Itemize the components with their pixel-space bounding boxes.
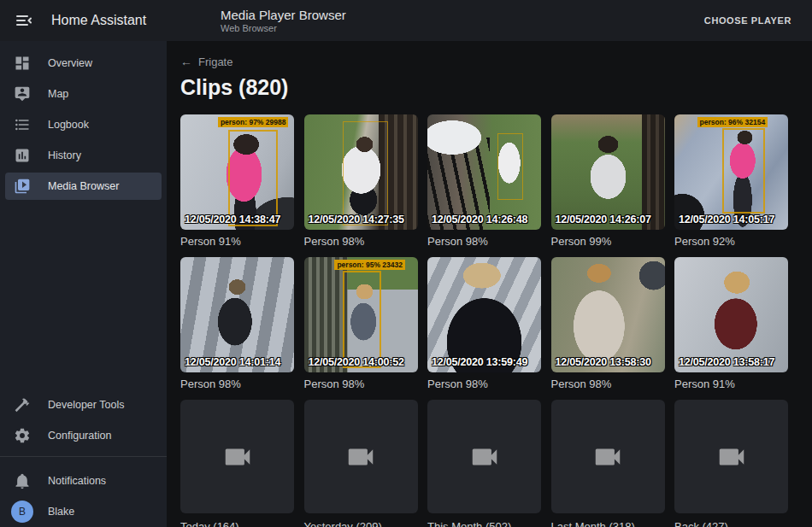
breadcrumb-label[interactable]: Frigate	[198, 56, 232, 68]
clip-card: 12/05/2020 13:58:30 Person 98%	[551, 257, 665, 390]
video-camera-icon	[591, 441, 624, 473]
folder-card: Yesterday (209)	[304, 400, 418, 527]
clip-timestamp: 12/05/2020 13:59:49	[432, 356, 527, 368]
header-titles: Media Player Browser Web Browser	[167, 8, 346, 34]
page-title: Clips (820)	[180, 75, 798, 100]
clip-card: 12/05/2020 14:26:48 Person 98%	[427, 114, 541, 248]
clip-card: 12/05/2020 14:01:14 Person 98%	[180, 257, 294, 390]
clips-grid: person: 97% 29988 12/05/2020 14:38:47 Pe…	[180, 114, 798, 527]
detection-bbox	[497, 133, 522, 200]
sidebar-toggle-icon[interactable]	[14, 10, 34, 31]
clip-caption: Person 98%	[304, 235, 418, 248]
clip-card: 12/05/2020 14:26:07 Person 99%	[551, 114, 665, 248]
clip-timestamp: 12/05/2020 14:26:07	[556, 214, 651, 225]
sidebar-item-label: Media Browser	[48, 180, 119, 192]
clip-thumbnail[interactable]: 12/05/2020 13:58:30	[551, 257, 665, 372]
choose-player-button[interactable]: CHOOSE PLAYER	[697, 9, 798, 32]
clip-caption: Person 91%	[180, 235, 294, 248]
clip-timestamp: 12/05/2020 13:58:30	[556, 356, 651, 368]
view-dashboard-icon	[14, 55, 31, 72]
clip-thumbnail[interactable]: 12/05/2020 14:01:14	[180, 257, 294, 372]
clip-timestamp: 12/05/2020 14:01:14	[185, 356, 280, 368]
clip-thumbnail[interactable]: 12/05/2020 14:27:35	[304, 114, 418, 230]
detection-label: person: 95% 23432	[334, 260, 405, 270]
clip-card: 12/05/2020 14:27:35 Person 98%	[304, 114, 418, 248]
clip-timestamp: 12/05/2020 14:00:52	[309, 356, 404, 368]
clip-caption: Person 98%	[180, 378, 294, 390]
hammer-icon	[14, 396, 31, 413]
video-camera-icon	[344, 441, 377, 473]
header-bar: Media Player Browser Web Browser CHOOSE …	[167, 8, 812, 34]
clip-timestamp: 12/05/2020 14:05:17	[679, 214, 774, 225]
video-camera-icon	[468, 441, 501, 473]
sidebar-item-map[interactable]: Map	[0, 79, 167, 109]
chart-box-icon	[14, 147, 31, 164]
clip-card: person: 95% 23432 12/05/2020 14:00:52 Pe…	[304, 257, 418, 390]
clip-card: person: 97% 29988 12/05/2020 14:38:47 Pe…	[180, 114, 294, 248]
clip-thumbnail[interactable]: 12/05/2020 13:58:17	[674, 257, 788, 372]
format-list-icon	[14, 116, 31, 133]
clip-timestamp: 12/05/2020 13:58:17	[679, 356, 774, 368]
folder-card: This Month (502)	[427, 400, 541, 527]
top-app-bar: Home Assistant Media Player Browser Web …	[0, 0, 812, 41]
clip-thumbnail[interactable]: person: 96% 32154 12/05/2020 14:05:17	[674, 114, 788, 230]
clip-thumbnail[interactable]: 12/05/2020 14:26:07	[551, 114, 665, 230]
clip-card: person: 96% 32154 12/05/2020 14:05:17 Pe…	[674, 114, 788, 248]
clip-caption: Person 98%	[551, 378, 665, 390]
video-camera-icon	[715, 441, 748, 473]
clip-timestamp: 12/05/2020 14:26:48	[432, 214, 527, 225]
clip-thumbnail[interactable]: 12/05/2020 14:26:48	[427, 114, 541, 230]
back-arrow-icon[interactable]: ←	[180, 55, 192, 68]
sidebar-item-label: Notifications	[48, 475, 106, 487]
sidebar-item-history[interactable]: History	[0, 140, 167, 171]
clip-caption: Person 92%	[674, 235, 788, 248]
tooltip-account-icon	[14, 85, 31, 102]
folder-card: Last Month (318)	[551, 400, 665, 527]
detection-bbox	[722, 128, 766, 214]
detection-label: person: 97% 29988	[218, 117, 289, 127]
sidebar-item-label: Overview	[48, 57, 92, 69]
detection-label: person: 96% 32154	[697, 117, 768, 127]
clip-caption: Person 98%	[304, 378, 418, 390]
folder-label: Last Month (318)	[551, 520, 665, 527]
clip-thumbnail[interactable]: person: 95% 23432 12/05/2020 14:00:52	[304, 257, 418, 372]
detection-bbox	[343, 121, 388, 225]
clip-timestamp: 12/05/2020 14:38:47	[185, 214, 280, 225]
sidebar: Overview Map Logbook History Media Brows…	[0, 41, 167, 527]
sidebar-header: Home Assistant	[0, 10, 167, 31]
folder-tile-yesterday[interactable]	[304, 400, 418, 513]
folder-card: Today (164)	[180, 400, 294, 527]
sidebar-item-media-browser[interactable]: Media Browser	[0, 171, 167, 202]
breadcrumb[interactable]: ← Frigate	[180, 55, 798, 68]
sidebar-divider	[0, 456, 167, 457]
clip-caption: Person 91%	[674, 378, 788, 390]
folder-tile-this-month[interactable]	[427, 400, 541, 513]
sidebar-item-label: Configuration	[48, 430, 111, 442]
user-name-label: Blake	[48, 506, 74, 518]
folder-tile-back[interactable]	[674, 400, 788, 513]
clip-caption: Person 98%	[427, 378, 541, 390]
sidebar-item-configuration[interactable]: Configuration	[0, 420, 167, 451]
sidebar-item-user-profile[interactable]: B Blake	[0, 496, 167, 527]
folder-label: This Month (502)	[427, 520, 541, 527]
media-browser-content: ← Frigate Clips (820) person: 97% 29988 …	[167, 41, 812, 527]
folder-tile-today[interactable]	[180, 400, 294, 513]
folder-card: Back (427)	[674, 400, 788, 527]
sidebar-item-logbook[interactable]: Logbook	[0, 109, 167, 140]
detection-bbox	[343, 271, 381, 367]
clip-card: 12/05/2020 13:58:17 Person 91%	[674, 257, 788, 390]
folder-tile-last-month[interactable]	[551, 400, 665, 513]
play-box-multiple-icon	[14, 178, 31, 195]
folder-label: Today (164)	[180, 520, 294, 527]
sidebar-item-label: Logbook	[48, 119, 89, 131]
sidebar-item-label: History	[48, 149, 81, 161]
folder-label: Back (427)	[674, 520, 788, 527]
sidebar-item-label: Developer Tools	[48, 399, 124, 411]
clip-thumbnail[interactable]: person: 97% 29988 12/05/2020 14:38:47	[180, 114, 294, 230]
sidebar-item-overview[interactable]: Overview	[0, 48, 167, 79]
sidebar-item-notifications[interactable]: Notifications	[0, 466, 167, 496]
folder-label: Yesterday (209)	[304, 520, 418, 527]
app-title: Home Assistant	[51, 13, 146, 28]
sidebar-item-developer-tools[interactable]: Developer Tools	[0, 389, 167, 420]
clip-thumbnail[interactable]: 12/05/2020 13:59:49	[427, 257, 541, 372]
